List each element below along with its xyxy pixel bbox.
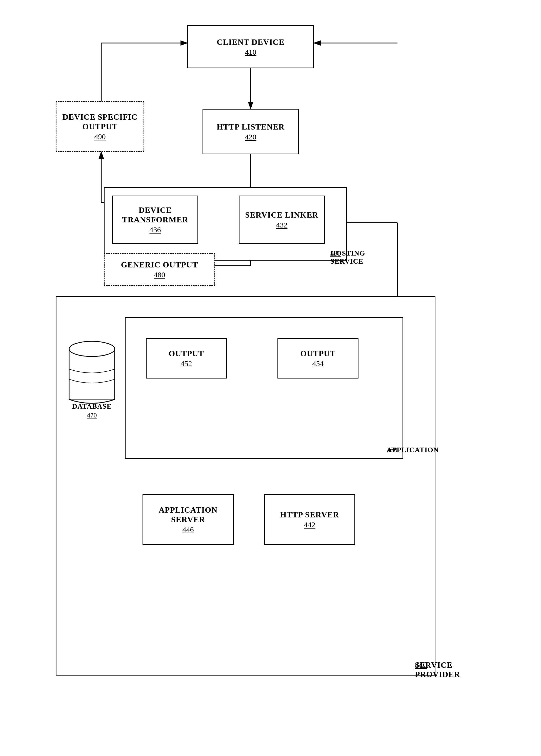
device-transformer-label: DEVICE TRANSFORMER xyxy=(113,205,198,225)
database-number: 470 xyxy=(87,412,97,419)
device-transformer-box: DEVICE TRANSFORMER 436 xyxy=(112,196,198,244)
output-454-number: 454 xyxy=(312,359,324,368)
device-specific-output-label: DEVICE SPECIFIC OUTPUT xyxy=(56,112,144,131)
output-452-box: OUTPUT 452 xyxy=(146,338,227,378)
diagram-container: CLIENT DEVICE 410 HTTP LISTENER 420 DEVI… xyxy=(30,10,511,744)
hosting-service-label: HOSTING SERVICE xyxy=(330,249,365,265)
database-cylinder-svg xyxy=(67,336,117,407)
device-specific-output-number: 490 xyxy=(94,132,106,141)
hosting-service-container: DEVICE TRANSFORMER 436 SERVICE LINKER 43… xyxy=(104,187,347,261)
device-transformer-number: 436 xyxy=(150,225,161,234)
service-provider-label: SERVICE PROVIDER xyxy=(415,660,460,679)
application-server-label: APPLICATION SERVER xyxy=(143,505,233,525)
client-device-number: 410 xyxy=(245,48,257,56)
application-label: APPLICATION xyxy=(387,446,439,454)
generic-output-box: GENERIC OUTPUT 480 xyxy=(104,253,215,286)
output-454-box: OUTPUT 454 xyxy=(277,338,358,378)
device-specific-output-box: DEVICE SPECIFIC OUTPUT 490 xyxy=(56,101,144,152)
service-provider-container: OUTPUT 452 OUTPUT 454 APPLICATION 450 xyxy=(56,296,435,675)
database-container: DATABASE 470 xyxy=(64,332,120,423)
svg-point-19 xyxy=(69,341,115,357)
service-linker-box: SERVICE LINKER 432 xyxy=(239,196,325,244)
service-linker-number: 432 xyxy=(276,221,287,229)
generic-output-label: GENERIC OUTPUT xyxy=(121,260,198,269)
hosting-service-label-group: HOSTING SERVICE 430 xyxy=(330,249,341,257)
output-452-label: OUTPUT xyxy=(169,349,204,358)
output-452-number: 452 xyxy=(181,359,192,368)
http-server-box: HTTP SERVER 442 xyxy=(264,494,355,545)
http-listener-number: 420 xyxy=(245,132,257,141)
application-server-number: 446 xyxy=(183,525,194,534)
client-device-label: CLIENT DEVICE xyxy=(217,37,284,47)
client-device-box: CLIENT DEVICE 410 xyxy=(187,25,314,68)
http-server-label: HTTP SERVER xyxy=(280,510,339,519)
application-container: OUTPUT 452 OUTPUT 454 APPLICATION 450 xyxy=(125,317,403,459)
service-provider-label-group: SERVICE PROVIDER 440 xyxy=(415,660,427,670)
http-listener-box: HTTP LISTENER 420 xyxy=(203,109,299,154)
service-linker-label: SERVICE LINKER xyxy=(245,210,318,220)
output-454-label: OUTPUT xyxy=(300,349,335,358)
generic-output-number: 480 xyxy=(154,270,165,279)
http-server-number: 442 xyxy=(304,520,315,529)
http-listener-label: HTTP LISTENER xyxy=(217,122,284,131)
database-label: DATABASE xyxy=(72,402,112,411)
application-server-box: APPLICATION SERVER 446 xyxy=(143,494,234,545)
application-label-group: APPLICATION 450 xyxy=(387,446,397,454)
